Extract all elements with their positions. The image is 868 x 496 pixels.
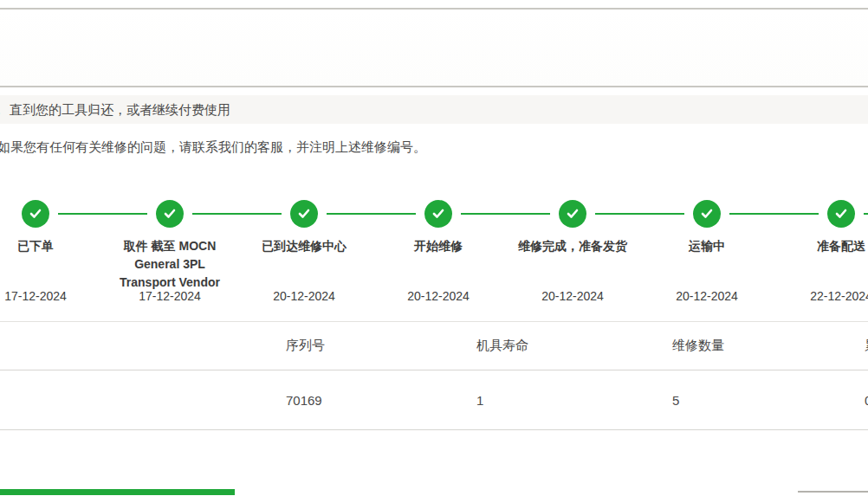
step-complete-circle xyxy=(559,200,586,228)
step-date: 22-12-2024 xyxy=(774,289,868,303)
step-complete-circle xyxy=(290,200,318,228)
step-date: 20-12-2024 xyxy=(371,289,506,303)
table-data-row: 70169 1 5 0 xyxy=(0,371,868,430)
serial-number-header: 序列号 xyxy=(286,322,325,370)
step-date: 20-12-2024 xyxy=(639,289,774,303)
step-title: 运输中 xyxy=(639,237,774,255)
timeline-step-ordered: 已下单 17-12-2024 xyxy=(0,196,103,312)
serial-number-value: 70169 xyxy=(286,371,322,429)
check-icon xyxy=(701,209,713,219)
timeline-step-repair-started: 开始维修 20-12-2024 xyxy=(371,196,506,312)
check-icon xyxy=(432,209,444,219)
timeline-step-repair-complete: 维修完成，准备发货 20-12-2024 xyxy=(505,196,640,312)
timeline-step-in-transit: 运输中 20-12-2024 xyxy=(639,196,774,312)
check-icon xyxy=(164,209,176,219)
step-title: 已到达维修中心 xyxy=(236,237,372,255)
repair-status-page: ， 直到您的工具归还，或者继续付费使用 如果您有任何有关维修的问题，请联系我们的… xyxy=(0,0,868,496)
step-complete-circle xyxy=(22,200,49,228)
repair-timeline: 已下单 17-12-2024 取件 截至 MOCN General 3PL Tr… xyxy=(0,0,868,312)
step-title: 开始维修 xyxy=(371,237,506,255)
step-date: 20-12-2024 xyxy=(505,289,640,303)
bottom-green-bar xyxy=(0,489,235,495)
check-icon xyxy=(835,209,847,219)
step-date: 20-12-2024 xyxy=(236,289,372,303)
step-complete-circle xyxy=(424,200,452,228)
horizontal-scrollbar[interactable] xyxy=(798,491,868,493)
clipped-column-header: 累 xyxy=(865,322,868,370)
repair-count-value: 5 xyxy=(672,371,679,429)
step-date: 17-12-2024 xyxy=(102,289,237,303)
timeline-step-ready-delivery: 准备配送 22-12-2024 xyxy=(774,196,868,312)
timeline-step-arrived-center: 已到达维修中心 20-12-2024 xyxy=(236,196,372,312)
step-date: 17-12-2024 xyxy=(0,289,103,303)
tool-life-value: 1 xyxy=(476,371,483,429)
step-complete-circle xyxy=(827,200,855,228)
check-icon xyxy=(29,209,42,219)
check-icon xyxy=(298,209,310,219)
repair-count-header: 维修数量 xyxy=(672,322,724,370)
step-complete-circle xyxy=(693,200,721,228)
step-title: 准备配送 xyxy=(774,237,868,255)
step-title: 已下单 xyxy=(0,237,103,255)
step-title: 维修完成，准备发货 xyxy=(505,237,640,255)
timeline-step-pickup: 取件 截至 MOCN General 3PL Transport Vendor … xyxy=(102,196,237,312)
step-complete-circle xyxy=(156,200,184,228)
clipped-column-value: 0 xyxy=(865,371,868,429)
check-icon xyxy=(567,209,579,219)
table-header-row: 序列号 机具寿命 维修数量 累 xyxy=(0,321,868,370)
tool-life-header: 机具寿命 xyxy=(476,322,528,370)
step-title: 取件 截至 MOCN General 3PL Transport Vendor xyxy=(102,237,237,292)
